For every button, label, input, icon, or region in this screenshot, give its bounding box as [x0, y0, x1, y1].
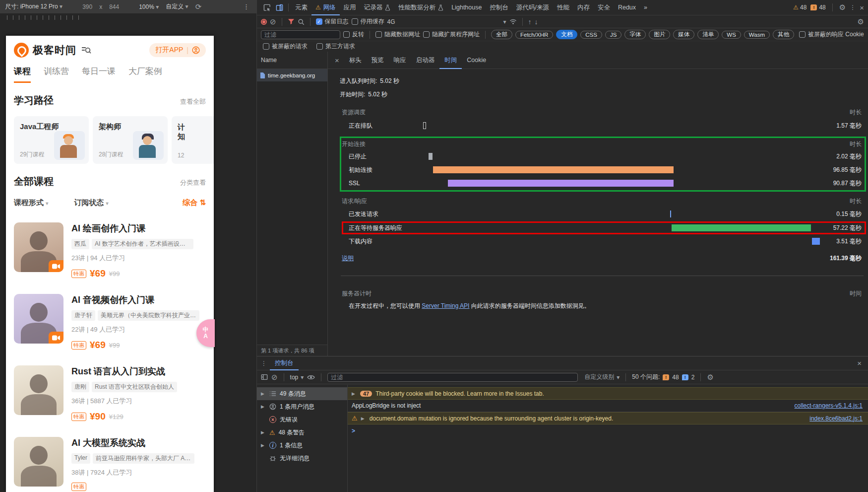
filter-chip-doc[interactable]: 文档	[556, 30, 577, 39]
server-timing-api-link[interactable]: Server Timing API	[422, 302, 469, 309]
record-network-log-icon[interactable]	[261, 19, 267, 25]
settings-gear-icon[interactable]: ⚙	[839, 3, 846, 12]
console-filter-input[interactable]	[327, 373, 578, 382]
devtools-menu-icon[interactable]: ⋮	[850, 4, 856, 11]
network-conditions-icon[interactable]	[509, 18, 517, 25]
hide-data-urls-checkbox[interactable]: 隐藏数据网址	[375, 30, 420, 39]
course-item[interactable]: AI 大模型系统实战 Tyler前亚马逊应用科学家，头部大厂 AIGC ... …	[6, 437, 214, 491]
tab-performance-insights[interactable]: 性能数据分析	[394, 0, 447, 15]
console-sidebar-toggle-icon[interactable]	[261, 374, 268, 380]
tab-security[interactable]: 安全	[594, 0, 614, 15]
eye-icon[interactable]	[307, 374, 315, 380]
filter-chip-other[interactable]: 其他	[773, 30, 794, 39]
console-prompt[interactable]: >	[348, 424, 868, 437]
tab-redux[interactable]: Redux	[614, 0, 640, 14]
blocked-requests-checkbox[interactable]: 被屏蔽的请求	[263, 42, 308, 51]
sort-composite[interactable]: 综合 ⇅	[183, 198, 206, 208]
clear-console-icon[interactable]: ⊘	[271, 373, 278, 382]
console-tab[interactable]: 控制台	[270, 356, 299, 370]
disable-cache-checkbox[interactable]: 停用缓存	[352, 17, 384, 26]
detail-tab-initiator[interactable]: 启动器	[411, 52, 440, 69]
nav-courses[interactable]: 课程	[14, 66, 31, 83]
view-by-category-link[interactable]: 分类查看	[180, 178, 206, 187]
import-har-icon[interactable]: ↑	[528, 18, 532, 26]
course-item[interactable]: AI 绘画创作入门课 西瓜AI 数字艺术创作者，艺术插画设计师 23讲 | 94…	[6, 222, 214, 279]
device-width-field[interactable]: 390	[82, 3, 92, 10]
warnings-count[interactable]: ⚠ 48	[793, 4, 806, 11]
explanation-link[interactable]: 说明	[342, 254, 354, 263]
filter-chip-all[interactable]: 全部	[491, 30, 512, 39]
throttle-select[interactable]: 自定义 ▾	[166, 2, 188, 11]
context-select[interactable]: top▾	[290, 374, 304, 381]
search-icon[interactable]	[81, 46, 91, 55]
console-log-row[interactable]: AppLogBridge is not inject collect-range…	[348, 400, 868, 412]
path-card-partial[interactable]: 计 知 12	[172, 116, 214, 164]
filter-chip-wasm[interactable]: Wasm	[744, 31, 770, 39]
nav-bootcamp[interactable]: 训练营	[44, 66, 69, 83]
sidebar-warnings[interactable]: ▶ ⚠ 48 条警告	[257, 426, 347, 439]
search-icon[interactable]	[298, 18, 305, 25]
detail-tab-response[interactable]: 响应	[389, 52, 411, 69]
issues-counter[interactable]: 50 个问题: !48 !2	[632, 373, 694, 381]
filter-chip-manifest[interactable]: 清单	[697, 30, 719, 39]
drawer-menu-icon[interactable]: ⋮	[261, 360, 267, 367]
tab-memory[interactable]: 内存	[573, 0, 594, 15]
more-tabs-icon[interactable]: »	[640, 0, 651, 14]
path-card-java[interactable]: Java工程师 29门课程	[14, 116, 89, 164]
source-link[interactable]: index.8ce6bad2.js:1	[809, 415, 863, 422]
nav-cases[interactable]: 大厂案例	[128, 66, 162, 83]
sidebar-all-messages[interactable]: ▶ 49 条消息	[257, 387, 347, 400]
open-app-button[interactable]: 打开APP|	[149, 43, 206, 57]
path-card-architect[interactable]: 架构师 28门课程	[93, 116, 168, 164]
log-level-select[interactable]: 自定义级别▾	[584, 373, 620, 381]
name-column-header[interactable]: Name	[257, 52, 327, 69]
detail-tab-timing[interactable]: 时间	[439, 52, 462, 69]
filter-course-form[interactable]: 课程形式 ▾	[14, 198, 48, 208]
sidebar-info[interactable]: ▶ i 1 条信息	[257, 439, 347, 452]
preserve-log-checkbox[interactable]: ✓保留日志	[316, 17, 349, 26]
network-filter-input[interactable]	[261, 30, 340, 39]
request-row[interactable]: time.geekbang.org	[257, 69, 327, 81]
detail-tab-preview[interactable]: 预览	[367, 52, 389, 69]
tab-console[interactable]: 控制台	[486, 0, 512, 15]
geekbang-logo-icon[interactable]	[14, 43, 29, 58]
filter-chip-font[interactable]: 字体	[624, 30, 646, 39]
sidebar-verbose[interactable]: 无详细消息	[257, 452, 347, 465]
close-devtools-icon[interactable]: ×	[860, 3, 864, 12]
sidebar-user-messages[interactable]: ▶ 1 条用户消息	[257, 400, 347, 413]
issues-count[interactable]: !48	[810, 4, 825, 11]
filter-chip-js[interactable]: JS	[605, 31, 621, 39]
filter-subscription[interactable]: 订阅状态 ▾	[74, 198, 108, 208]
tab-lighthouse[interactable]: Lighthouse	[447, 0, 486, 14]
detail-tab-cookie[interactable]: Cookie	[462, 52, 491, 68]
brand-name[interactable]: 极客时间	[33, 43, 76, 57]
filter-chip-img[interactable]: 图片	[649, 30, 670, 39]
course-item[interactable]: Rust 语言从入门到实战 唐刚Rust 语言中文社区联合创始人 36讲 | 5…	[6, 365, 214, 422]
tab-sources[interactable]: 源代码/来源	[512, 0, 553, 15]
device-select[interactable]: 尺寸: iPhone 12 Pro ▾	[5, 2, 62, 11]
hide-extension-urls-checkbox[interactable]: 隐藏扩展程序网址	[423, 30, 480, 39]
console-settings-gear-icon[interactable]: ⚙	[707, 373, 713, 382]
console-warning-row[interactable]: ⚠ ▶ document.domain mutation is ignored …	[348, 412, 868, 424]
close-details-icon[interactable]: ×	[330, 56, 344, 65]
tab-elements[interactable]: 元素	[291, 0, 311, 15]
filter-chip-css[interactable]: CSS	[580, 31, 602, 39]
detail-tab-headers[interactable]: 标头	[344, 52, 367, 69]
tab-application[interactable]: 应用	[340, 0, 360, 15]
console-warning-group[interactable]: ▶ 47 Third-party cookie will be blocked.…	[348, 387, 868, 400]
throttling-select[interactable]: 4G▾	[387, 18, 506, 25]
filter-icon[interactable]	[288, 18, 295, 25]
filter-chip-media[interactable]: 媒体	[673, 30, 694, 39]
close-drawer-icon[interactable]: ×	[857, 359, 865, 367]
source-link[interactable]: collect-rangers-v5.1.4.js:1	[795, 402, 863, 409]
rotate-icon[interactable]: ⟳	[195, 2, 202, 11]
filter-chip-fetch-xhr[interactable]: Fetch/XHR	[515, 31, 553, 39]
clear-network-log-icon[interactable]: ⊘	[270, 17, 276, 26]
device-toolbar-icon[interactable]	[273, 4, 286, 11]
nav-daily[interactable]: 每日一课	[82, 66, 116, 83]
network-settings-gear-icon[interactable]: ⚙	[858, 17, 864, 26]
tab-network[interactable]: ⚠网络	[311, 0, 340, 15]
export-har-icon[interactable]: ↓	[535, 18, 538, 26]
sidebar-no-errors[interactable]: × 无错误	[257, 413, 347, 426]
invert-checkbox[interactable]: 反转	[343, 30, 364, 39]
